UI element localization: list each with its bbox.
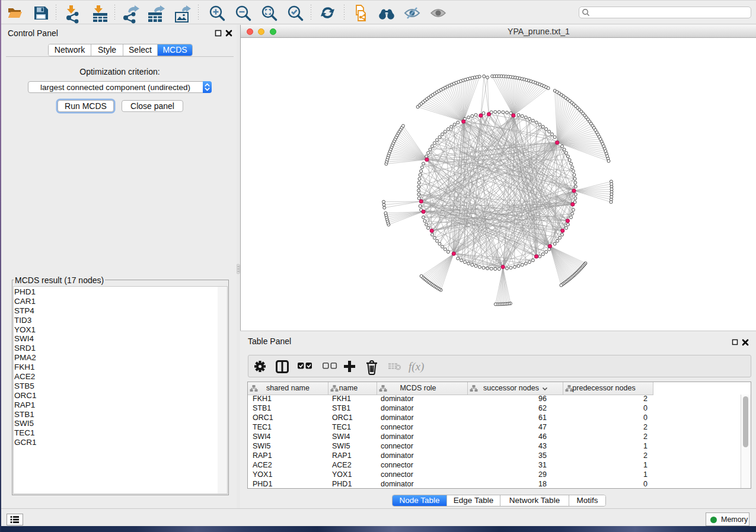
svg-text:f(x): f(x) <box>409 360 424 373</box>
